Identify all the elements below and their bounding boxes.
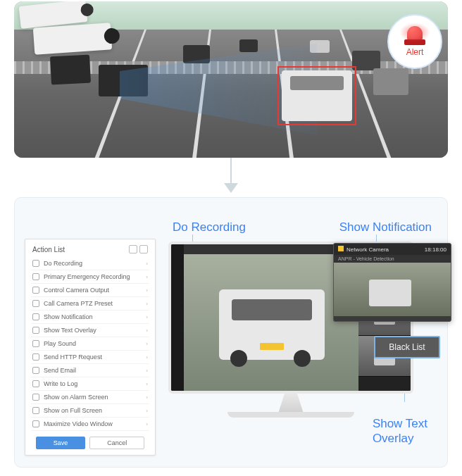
action-item-label: Show Notification — [44, 313, 146, 320]
monitor-base — [227, 412, 354, 418]
chevron-right-icon: › — [146, 287, 148, 294]
camera-icon — [338, 246, 344, 251]
flow-connector — [224, 158, 238, 193]
chevron-right-icon: › — [146, 327, 148, 334]
notification-title: Network Camera — [338, 246, 389, 253]
camera-cluster — [14, 1, 132, 73]
header-controls — [129, 245, 148, 253]
action-list-dialog: Action List Do Recording›Primary Emergen… — [25, 239, 156, 456]
text-overlay-tag: Black List — [374, 336, 440, 358]
action-list-items: Do Recording›Primary Emergency Recording… — [25, 257, 155, 431]
checkbox[interactable] — [32, 367, 39, 374]
action-item-label: Call Camera PTZ Preset — [44, 300, 146, 307]
chevron-right-icon: › — [146, 261, 148, 267]
notification-time: 18:18:00 — [425, 246, 447, 253]
action-list-item[interactable]: Show on Full Screen› — [31, 404, 149, 418]
action-item-label: Show Text Overlay — [44, 327, 146, 334]
checkbox[interactable] — [32, 394, 39, 401]
connector-line — [230, 158, 232, 183]
action-list-title: Action List — [32, 246, 65, 253]
action-list-item[interactable]: Do Recording› — [31, 257, 149, 270]
notification-popup[interactable]: Network Camera 18:18:00 ANPR - Vehicle D… — [333, 243, 451, 322]
chevron-right-icon: › — [146, 301, 148, 307]
callout-notification: Show Notification — [339, 220, 432, 234]
action-item-label: Show on Full Screen — [44, 407, 146, 414]
dialog-buttons: Save Cancel — [25, 437, 155, 449]
action-item-label: Maximize Video Window — [44, 420, 146, 427]
action-item-label: Play Sound — [44, 340, 146, 347]
alert-badge: Alert — [387, 14, 442, 69]
expand-icon[interactable] — [139, 245, 148, 253]
vehicle — [352, 51, 380, 70]
chevron-down-icon — [224, 183, 238, 193]
action-list-item[interactable]: Play Sound› — [31, 337, 149, 351]
checkbox[interactable] — [32, 353, 39, 361]
detection-bounding-box — [277, 66, 356, 125]
action-list-item[interactable]: Primary Emergency Recording› — [31, 270, 149, 284]
checkbox[interactable] — [32, 300, 39, 307]
notification-subtitle: ANPR - Vehicle Detection — [334, 255, 451, 263]
action-list-item[interactable]: Send HTTP Request› — [31, 351, 149, 364]
chevron-right-icon: › — [146, 314, 148, 320]
collapse-icon[interactable] — [129, 245, 137, 253]
chevron-right-icon: › — [146, 421, 148, 427]
action-list-item[interactable]: Send Email› — [31, 364, 149, 377]
action-item-label: Send HTTP Request — [44, 353, 146, 361]
action-item-label: Primary Emergency Recording — [44, 273, 146, 280]
checkbox[interactable] — [32, 273, 39, 280]
action-list-item[interactable]: Show on Alarm Screen› — [31, 391, 149, 404]
checkbox[interactable] — [32, 420, 39, 427]
chevron-right-icon: › — [146, 368, 148, 374]
chevron-right-icon: › — [146, 381, 148, 387]
action-config-panel: Do Recording Show Notification Show Text… — [14, 197, 448, 468]
action-item-label: Write to Log — [44, 380, 146, 387]
bullet-camera — [33, 23, 112, 55]
siren-glow — [399, 23, 430, 42]
checkbox[interactable] — [32, 380, 39, 387]
action-list-item[interactable]: Call Camera PTZ Preset› — [31, 297, 149, 311]
action-list-item[interactable]: Show Text Overlay› — [31, 324, 149, 337]
checkbox[interactable] — [32, 407, 39, 414]
action-item-label: Do Recording — [44, 260, 146, 267]
action-list-item[interactable]: Maximize Video Window› — [31, 418, 149, 431]
alert-label: Alert — [406, 47, 424, 57]
vehicle — [373, 68, 408, 95]
checkbox[interactable] — [32, 287, 39, 294]
notification-thumbnail — [334, 263, 451, 316]
chevron-right-icon: › — [146, 341, 148, 347]
notification-header: Network Camera 18:18:00 — [334, 244, 451, 255]
checkbox[interactable] — [32, 260, 39, 267]
callout-recording: Do Recording — [173, 220, 246, 234]
action-list-header: Action List — [25, 239, 155, 257]
chevron-right-icon: › — [146, 394, 148, 401]
checkbox[interactable] — [32, 313, 39, 320]
ir-illuminator — [50, 55, 91, 85]
action-item-label: Control Camera Output — [44, 287, 146, 294]
chevron-right-icon: › — [146, 354, 148, 361]
action-item-label: Send Email — [44, 367, 146, 374]
license-plate — [260, 343, 284, 350]
checkbox[interactable] — [32, 327, 39, 334]
detected-vehicle — [219, 289, 325, 360]
chevron-right-icon: › — [146, 408, 148, 414]
app-sidebar — [171, 244, 184, 391]
vehicle — [239, 39, 258, 52]
action-list-item[interactable]: Show Notification› — [31, 311, 149, 324]
action-item-label: Show on Alarm Screen — [44, 394, 146, 401]
save-button[interactable]: Save — [36, 437, 86, 449]
action-list-item[interactable]: Write to Log› — [31, 377, 149, 391]
monitor-stand — [270, 394, 312, 413]
highway-detection-panel: Alert — [14, 1, 448, 158]
action-list-item[interactable]: Control Camera Output› — [31, 284, 149, 297]
cancel-button[interactable]: Cancel — [89, 437, 144, 449]
chevron-right-icon: › — [146, 274, 148, 280]
checkbox[interactable] — [32, 340, 39, 347]
